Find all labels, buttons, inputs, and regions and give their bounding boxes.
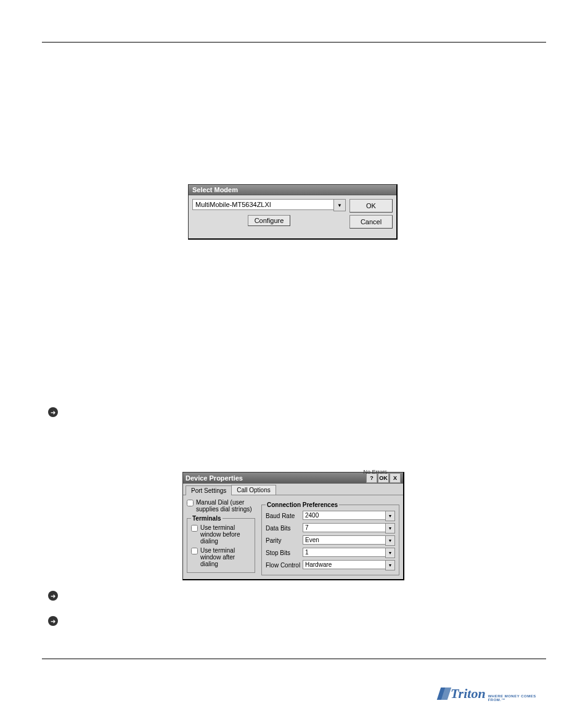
baud-rate-row: Baud Rate ▼	[266, 511, 395, 521]
chevron-down-icon[interactable]: ▼	[385, 523, 395, 533]
cancel-button[interactable]: Cancel	[349, 215, 393, 229]
document-page: Select Modem ▼ Configure OK Cancel	[0, 0, 588, 714]
chevron-down-icon[interactable]: ▼	[385, 548, 395, 558]
manual-dial-label: Manual Dial (user supplies dial strings)	[196, 499, 255, 513]
flow-control-value[interactable]	[303, 560, 385, 569]
bullet-item: ➜	[48, 591, 58, 601]
terminal-after-label: Use terminal window after dialing	[200, 547, 251, 567]
chevron-down-icon[interactable]: ▼	[333, 199, 346, 211]
chevron-down-icon[interactable]: ▼	[385, 511, 395, 521]
terminal-before-label: Use terminal window before dialing	[200, 524, 251, 545]
data-bits-label: Data Bits	[266, 525, 303, 532]
triton-flag-icon	[439, 688, 448, 700]
tab-bar: Port Settings Call Options	[183, 484, 403, 495]
chevron-down-icon[interactable]: ▼	[385, 560, 395, 570]
modem-dropdown[interactable]: ▼	[192, 199, 346, 211]
manual-dial-row[interactable]: Manual Dial (user supplies dial strings)	[187, 499, 255, 513]
arrow-right-icon: ➜	[48, 616, 58, 626]
bullet-item: ➜	[48, 407, 58, 417]
data-bits-value[interactable]	[303, 523, 385, 532]
ok-button[interactable]: OK	[349, 199, 393, 213]
terminal-after-row[interactable]: Use terminal window after dialing	[191, 547, 251, 567]
status-hint: No Errors	[363, 469, 387, 475]
data-bits-dropdown[interactable]: ▼	[303, 523, 395, 533]
configure-button[interactable]: Configure	[248, 215, 291, 226]
terminal-before-checkbox[interactable]	[191, 525, 198, 532]
parity-row: Parity ▼	[266, 535, 395, 546]
device-properties-dialog: Device Properties ? OK X Port Settings C…	[182, 472, 404, 580]
terminals-legend: Terminals	[191, 515, 223, 522]
baud-rate-label: Baud Rate	[266, 513, 303, 519]
tab-port-settings[interactable]: Port Settings	[186, 485, 232, 495]
data-bits-row: Data Bits ▼	[266, 523, 395, 533]
bottom-divider	[42, 659, 546, 659]
terminals-fieldset: Terminals Use terminal window before dia…	[187, 515, 255, 573]
brand-name: Triton	[451, 687, 486, 700]
terminal-after-checkbox[interactable]	[191, 548, 198, 554]
device-properties-wrapper: No Errors Device Properties ? OK X Port …	[182, 472, 404, 580]
stop-bits-value[interactable]	[303, 548, 385, 557]
tab-call-options[interactable]: Call Options	[231, 485, 276, 495]
page-content: Select Modem ▼ Configure OK Cancel	[42, 43, 546, 659]
stop-bits-dropdown[interactable]: ▼	[303, 548, 395, 558]
brand-logo: Triton WHERE MONEY COMES FROM.™	[439, 684, 544, 703]
parity-dropdown[interactable]: ▼	[303, 535, 395, 546]
baud-rate-value[interactable]	[303, 511, 385, 520]
device-properties-title: Device Properties	[186, 474, 243, 482]
stop-bits-label: Stop Bits	[266, 550, 303, 556]
modem-dropdown-value[interactable]	[192, 199, 333, 210]
terminal-before-row[interactable]: Use terminal window before dialing	[191, 524, 251, 545]
select-modem-titlebar: Select Modem	[189, 185, 396, 195]
bullet-item: ➜	[48, 616, 58, 626]
connection-preferences-fieldset: Connection Preferences Baud Rate ▼ Data …	[261, 501, 399, 575]
close-button[interactable]: X	[390, 473, 401, 483]
flow-control-label: Flow Control	[266, 562, 303, 569]
select-modem-dialog: Select Modem ▼ Configure OK Cancel	[188, 184, 398, 240]
flow-control-dropdown[interactable]: ▼	[303, 560, 395, 570]
arrow-right-icon: ➜	[48, 407, 58, 417]
chevron-down-icon[interactable]: ▼	[385, 535, 395, 546]
manual-dial-checkbox[interactable]	[187, 500, 194, 506]
baud-rate-dropdown[interactable]: ▼	[303, 511, 395, 521]
arrow-right-icon: ➜	[48, 591, 58, 601]
parity-value[interactable]	[303, 535, 385, 545]
connection-preferences-legend: Connection Preferences	[266, 501, 339, 508]
brand-tagline: WHERE MONEY COMES FROM.™	[488, 694, 544, 702]
flow-control-row: Flow Control ▼	[266, 560, 395, 570]
stop-bits-row: Stop Bits ▼	[266, 548, 395, 558]
parity-label: Parity	[266, 537, 303, 544]
